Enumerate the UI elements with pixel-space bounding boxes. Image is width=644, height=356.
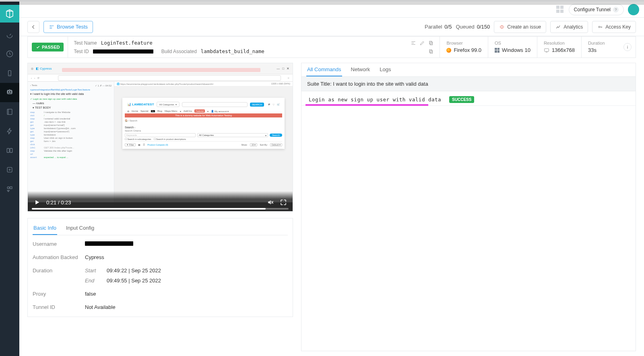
command-row[interactable]: Login as new sign up user with valid dat… xyxy=(301,91,636,106)
svg-point-5 xyxy=(8,91,10,93)
mute-icon[interactable] xyxy=(267,199,274,206)
resolution-value: 1366x768 xyxy=(544,47,575,53)
video-time: 0:21 / 0:23 xyxy=(46,200,71,206)
test-header: PASSED Test Name LoginTest.feature Test … xyxy=(27,36,636,58)
edit-icon[interactable] xyxy=(419,40,425,46)
analytics-label: Analytics xyxy=(564,24,583,30)
subheader: Browse Tests Parallel 0/5 Queued 0/150 C… xyxy=(19,18,644,36)
tab-network[interactable]: Network xyxy=(350,63,371,76)
svg-rect-19 xyxy=(430,42,433,45)
sidebar-item-screenshot[interactable] xyxy=(0,102,19,121)
app-logo[interactable] xyxy=(0,5,19,23)
username-redacted xyxy=(85,241,133,246)
resolution-label: Resolution xyxy=(544,41,575,45)
firefox-icon xyxy=(446,48,451,53)
sidebar xyxy=(0,2,19,356)
test-id-redacted xyxy=(93,49,153,54)
sidebar-item-hypertest[interactable] xyxy=(0,121,19,141)
browser-value: Firefox 99.0 xyxy=(446,47,481,53)
sidebar-item-dashboard[interactable] xyxy=(0,25,19,44)
test-name-value: LoginTest.feature xyxy=(101,40,153,46)
svg-rect-11 xyxy=(10,148,12,152)
svg-point-0 xyxy=(7,33,12,38)
apps-grid-icon[interactable] xyxy=(556,6,564,13)
access-key-button[interactable]: Access Key xyxy=(592,21,636,33)
video-controls: 0:21 / 0:23 xyxy=(28,191,293,211)
test-name-label: Test Name xyxy=(74,40,97,46)
automation-value: Cypress xyxy=(85,254,288,260)
command-text: Login as new sign up user with valid dat… xyxy=(309,97,441,103)
svg-point-4 xyxy=(9,74,10,75)
duration-info-label: Duration xyxy=(33,268,85,284)
queued-stat: Queued 0/150 xyxy=(456,24,490,30)
tab-input-config[interactable]: Input Config xyxy=(65,222,95,235)
browser-label: Browser xyxy=(446,41,481,45)
svg-rect-23 xyxy=(545,48,549,51)
svg-rect-22 xyxy=(429,49,432,52)
tab-logs[interactable]: Logs xyxy=(379,63,392,76)
video-player: ◧ Cypress —□✕ ‹›⟳ ☆ ‹ T xyxy=(27,63,293,212)
info-icon[interactable]: i xyxy=(623,43,632,51)
format-icon[interactable] xyxy=(411,40,416,46)
copy-icon[interactable] xyxy=(428,40,434,46)
build-value: lambdatest_build_name xyxy=(201,48,264,54)
copy-icon[interactable] xyxy=(428,49,434,54)
tunnel-value: Not Available xyxy=(85,304,288,310)
tab-basic-info[interactable]: Basic Info xyxy=(33,222,57,235)
video-preview: ◧ Cypress —□✕ ‹›⟳ ☆ ‹ T xyxy=(28,63,293,195)
windows-icon xyxy=(495,48,500,53)
duration-label: Duration xyxy=(588,41,615,45)
os-label: OS xyxy=(495,41,530,45)
command-underline xyxy=(305,104,428,106)
svg-rect-20 xyxy=(429,41,432,44)
svg-rect-9 xyxy=(7,109,12,114)
proxy-label: Proxy xyxy=(33,291,85,297)
browse-tests-label: Browse Tests xyxy=(57,24,88,30)
username-label: Username xyxy=(33,241,85,247)
analytics-button[interactable]: Analytics xyxy=(550,21,588,33)
create-issue-label: Create an issue xyxy=(507,24,541,30)
access-key-label: Access Key xyxy=(605,24,631,30)
configure-tunnel-label: Configure Tunnel xyxy=(574,7,611,12)
svg-point-18 xyxy=(599,26,600,28)
back-button[interactable] xyxy=(27,21,39,33)
svg-line-1 xyxy=(10,34,11,35)
configure-tunnel-button[interactable]: Configure Tunnel ? xyxy=(569,4,624,15)
success-badge: SUCCESS xyxy=(449,96,474,103)
status-badge: PASSED xyxy=(32,43,64,51)
info-panel: Basic Info Input Config Username Automat… xyxy=(27,218,293,317)
svg-point-17 xyxy=(501,26,503,28)
video-progress[interactable] xyxy=(32,208,289,210)
sidebar-item-realtime[interactable] xyxy=(0,44,19,64)
tunnel-label: Tunnel ID xyxy=(33,304,85,310)
end-value: 09:49:55 | Sep 25 2022 xyxy=(107,278,161,284)
play-icon[interactable] xyxy=(33,199,41,206)
browse-tests-button[interactable]: Browse Tests xyxy=(43,21,93,33)
sidebar-item-integrations[interactable] xyxy=(0,179,19,199)
svg-point-6 xyxy=(10,91,12,93)
svg-rect-16 xyxy=(10,187,12,189)
parallel-stat: Parallel 0/5 xyxy=(425,24,452,30)
suite-title: Suite Title: I want to login into the si… xyxy=(301,77,636,91)
proxy-value: false xyxy=(85,291,288,297)
sidebar-item-device[interactable] xyxy=(0,64,19,83)
avatar[interactable] xyxy=(628,4,639,15)
fullscreen-icon[interactable] xyxy=(280,199,287,206)
svg-point-15 xyxy=(7,187,9,189)
build-label: Build Associated xyxy=(161,49,197,54)
help-icon: ? xyxy=(613,7,619,12)
create-issue-button[interactable]: Create an issue xyxy=(494,21,546,33)
automation-label: Automation Backed xyxy=(33,254,85,260)
os-value: Windows 10 xyxy=(495,47,530,53)
test-id-label: Test ID xyxy=(74,49,89,54)
svg-rect-21 xyxy=(430,50,433,53)
sidebar-item-automation[interactable] xyxy=(0,83,19,102)
svg-rect-10 xyxy=(7,148,9,152)
sidebar-item-add[interactable] xyxy=(0,160,19,179)
duration-value: 33s xyxy=(588,47,615,53)
tab-all-commands[interactable]: All Commands xyxy=(306,63,342,76)
sidebar-item-visual[interactable] xyxy=(0,141,19,160)
window-overlay xyxy=(0,0,644,5)
start-value: 09:49:22 | Sep 25 2022 xyxy=(107,268,161,274)
commands-panel: All Commands Network Logs Suite Title: I… xyxy=(301,63,636,351)
